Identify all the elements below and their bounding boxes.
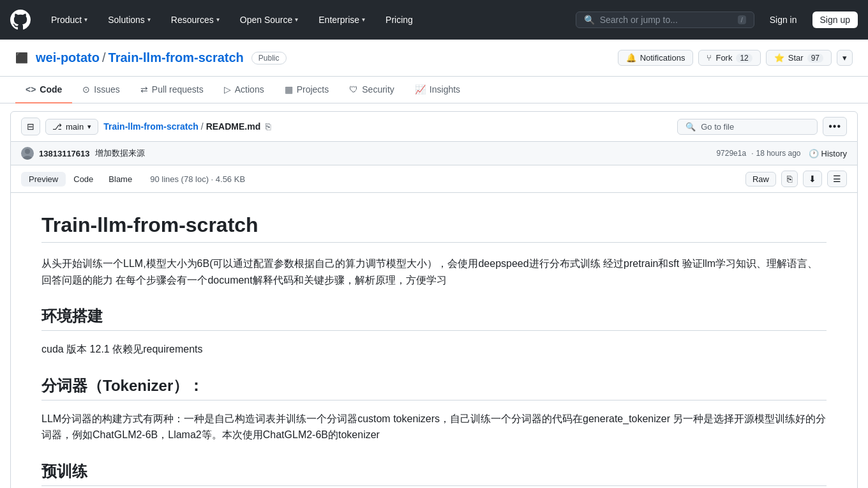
commit-message: 增加数据来源 [95, 148, 145, 159]
go-to-file-placeholder: Go to file [701, 122, 734, 132]
repo-tabs: <> Code ⊙ Issues ⇄ Pull requests ▷ Actio… [0, 77, 868, 103]
tab-actions[interactable]: ▷ Actions [214, 77, 274, 103]
repo-name[interactable]: Train-llm-from-scratch [108, 50, 244, 65]
breadcrumb-repo-link[interactable]: Train-llm-from-scratch [103, 121, 198, 132]
repo-actions: 🔔 Notifications ⑂ Fork 12 ⭐ Star 97 ▾ [618, 50, 853, 66]
fork-button[interactable]: ⑂ Fork 12 [698, 50, 760, 66]
star-button[interactable]: ⭐ Star 97 [766, 50, 832, 66]
nav-pricing-label: Pricing [385, 15, 413, 25]
visibility-badge: Public [251, 52, 287, 65]
tab-code-label: Code [40, 84, 62, 95]
commit-time: 18 hours ago [756, 149, 800, 158]
copy-path-icon[interactable]: ⎘ [266, 121, 271, 132]
fork-count: 12 [736, 54, 752, 63]
tab-insights-label: Insights [430, 84, 460, 95]
tab-projects[interactable]: ▦ Projects [274, 77, 340, 103]
file-breadcrumb: Train-llm-from-scratch / README.md ⎘ [103, 121, 271, 132]
breadcrumb-current-file: README.md [206, 121, 261, 132]
sign-in-link[interactable]: Sign in [765, 12, 802, 27]
content-section3-title: 预训练 [41, 461, 827, 486]
nav-product-label: Product [51, 15, 82, 25]
nav-product-chevron: ▾ [84, 16, 87, 23]
list-icon: ☰ [833, 174, 841, 184]
star-count: 97 [807, 54, 823, 63]
content-title: Train-llm-from-scratch [41, 213, 827, 243]
svg-point-1 [23, 156, 32, 160]
pull-request-icon: ⇄ [140, 84, 148, 95]
go-to-file-input[interactable]: 🔍 Go to file [677, 119, 818, 135]
more-options-button[interactable]: ▾ [837, 50, 853, 66]
copy-raw-button[interactable]: ⎘ [781, 171, 798, 187]
raw-button[interactable]: Raw [745, 172, 776, 187]
copy-icon: ⎘ [787, 174, 792, 184]
commit-bar: 13813117613 增加数据来源 9729e1a · 18 hours ag… [10, 142, 858, 165]
tab-pull-requests-label: Pull requests [152, 84, 204, 95]
view-tabs-bar: Preview Code Blame 90 lines (78 loc) · 4… [10, 165, 858, 193]
sign-up-button[interactable]: Sign up [812, 11, 858, 28]
branch-icon: ⎇ [52, 122, 62, 132]
nav-enterprise-chevron: ▾ [362, 16, 365, 23]
svg-point-0 [25, 149, 30, 154]
tab-actions-label: Actions [235, 84, 264, 95]
repo-owner[interactable]: wei-potato [36, 50, 100, 65]
download-icon: ⬇ [809, 174, 816, 184]
nav-open-source-chevron: ▾ [295, 16, 298, 23]
code-tab[interactable]: Code [66, 172, 101, 187]
notifications-button[interactable]: 🔔 Notifications [618, 50, 694, 66]
download-button[interactable]: ⬇ [803, 171, 822, 187]
file-toolbar: ⊟ ⎇ main ▾ Train-llm-from-scratch / READ… [10, 111, 858, 142]
nav-pricing[interactable]: Pricing [380, 12, 418, 27]
nav-resources-chevron: ▾ [216, 16, 220, 23]
ellipsis-icon: ••• [828, 121, 841, 132]
sidebar-toggle-button[interactable]: ⊟ [21, 118, 40, 135]
tab-security[interactable]: 🛡 Security [339, 77, 405, 103]
readme-content: Train-llm-from-scratch 从头开始训练一个LLM,模型大小为… [10, 193, 858, 488]
view-tab-actions: Raw ⎘ ⬇ ☰ [745, 171, 847, 187]
fork-icon: ⑂ [707, 53, 712, 63]
avatar [21, 147, 34, 160]
tab-issues[interactable]: ⊙ Issues [72, 77, 130, 103]
nav-solutions[interactable]: Solutions ▾ [103, 12, 156, 27]
branch-name: main [66, 122, 84, 132]
tab-projects-label: Projects [297, 84, 329, 95]
history-label: History [821, 149, 847, 158]
commit-sha[interactable]: 9729e1a [716, 149, 746, 158]
search-kbd: / [738, 15, 746, 24]
tab-insights[interactable]: 📈 Insights [405, 77, 470, 103]
history-icon: 🕐 [809, 149, 819, 158]
search-icon: 🔍 [584, 15, 595, 25]
lines-button[interactable]: ☰ [827, 171, 847, 187]
search-icon: 🔍 [685, 122, 696, 132]
nav-open-source[interactable]: Open Source ▾ [235, 12, 304, 27]
bell-icon: 🔔 [626, 53, 636, 63]
nav-resources[interactable]: Resources ▾ [166, 12, 225, 27]
sidebar-icon: ⊟ [27, 121, 34, 132]
branch-chevron-icon: ▾ [87, 123, 91, 131]
breadcrumb-separator: / [102, 50, 106, 65]
history-button[interactable]: 🕐 History [809, 149, 847, 158]
repo-icon: ⬛ [15, 52, 28, 64]
preview-tab[interactable]: Preview [21, 172, 66, 187]
nav-open-source-label: Open Source [240, 15, 293, 25]
tab-code[interactable]: <> Code [15, 77, 72, 103]
commit-author[interactable]: 13813117613 [39, 149, 90, 158]
repo-breadcrumb: wei-potato / Train-llm-from-scratch [36, 50, 244, 65]
content-section2-title: 分词器（Tokenizer）： [41, 376, 827, 400]
content-section1-text: cuda 版本 12.1 依赖见requirements [41, 341, 827, 358]
github-logo[interactable] [10, 10, 31, 30]
search-placeholder: Search or jump to... [600, 15, 733, 25]
nav-solutions-chevron: ▾ [147, 16, 151, 23]
tab-security-label: Security [362, 84, 394, 95]
fork-label: Fork [715, 53, 732, 63]
breadcrumb-path-separator: / [201, 121, 204, 132]
tab-pull-requests[interactable]: ⇄ Pull requests [130, 77, 214, 103]
toolbar-more-button[interactable]: ••• [823, 117, 847, 136]
search-box[interactable]: 🔍 Search or jump to... / [576, 11, 754, 28]
file-meta: 90 lines (78 loc) · 4.56 KB [150, 174, 245, 184]
branch-selector[interactable]: ⎇ main ▾ [45, 119, 98, 135]
blame-tab[interactable]: Blame [101, 172, 140, 187]
nav-product[interactable]: Product ▾ [46, 12, 93, 27]
notifications-label: Notifications [640, 53, 685, 63]
tab-issues-label: Issues [94, 84, 119, 95]
nav-enterprise[interactable]: Enterprise ▾ [313, 12, 370, 27]
